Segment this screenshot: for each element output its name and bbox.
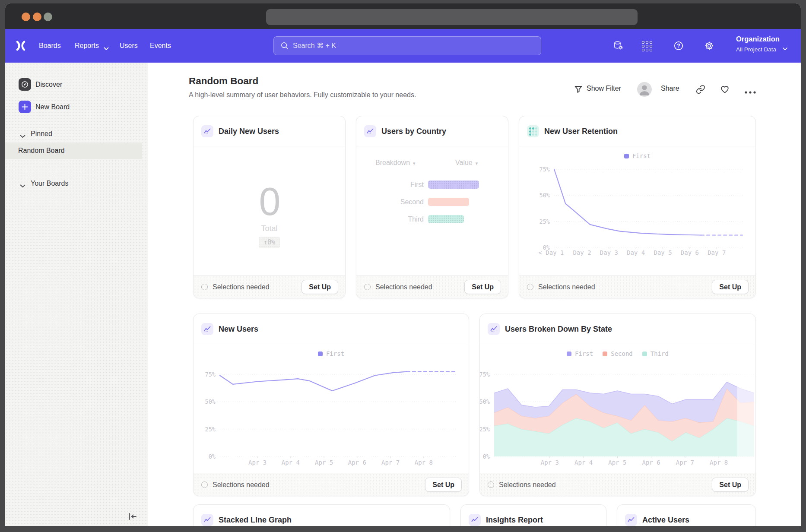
- sidebar-section-your-boards[interactable]: Your Boards: [5, 179, 148, 188]
- sidebar-section-pinned[interactable]: Pinned: [5, 129, 148, 139]
- country-row-label: Second: [356, 198, 428, 206]
- card-footer: Selections needed Set Up: [480, 473, 755, 496]
- chevron-down-icon: [20, 132, 25, 140]
- board-main: Random Board A high-level summary of use…: [148, 63, 801, 526]
- svg-text:50%: 50%: [480, 398, 490, 405]
- country-row-label: First: [356, 181, 428, 189]
- window-titlebar: [5, 3, 801, 29]
- sidebar-item-random-board[interactable]: Random Board: [5, 142, 142, 159]
- country-row: Second: [356, 198, 508, 206]
- card-stacked-line-graph: Stacked Line Graph: [193, 504, 450, 526]
- card-header: Stacked Line Graph: [194, 505, 450, 526]
- retention-chart: 75%50%25%0%< Day 1Day 2Day 3Day 4Day 5Da…: [519, 116, 755, 276]
- sidebar-item-discover[interactable]: Discover: [5, 78, 148, 96]
- card-title: Stacked Line Graph: [219, 505, 292, 526]
- svg-text:75%: 75%: [539, 166, 550, 173]
- sidebar-section-label: Your Boards: [31, 179, 68, 188]
- set-up-button[interactable]: Set Up: [464, 280, 501, 294]
- sidebar-section-label: Pinned: [31, 129, 52, 139]
- card-title: Users by Country: [381, 116, 446, 146]
- svg-text:75%: 75%: [205, 371, 216, 378]
- svg-text:Apr 3: Apr 3: [541, 459, 559, 466]
- nav-item-users[interactable]: Users: [120, 29, 138, 63]
- country-row-bar: [428, 180, 479, 189]
- country-row-label: Third: [356, 215, 428, 223]
- country-row-bar: [428, 198, 469, 206]
- card-active-users: Active Users: [617, 504, 756, 526]
- plus-icon: [19, 101, 31, 113]
- traffic-light-1[interactable]: [22, 13, 30, 21]
- filter-funnel-icon[interactable]: [574, 85, 583, 96]
- set-up-button[interactable]: Set Up: [712, 280, 749, 294]
- card-users-by-state: Users Broken Down By State FirstSecondTh…: [479, 314, 756, 496]
- org-project: All Project Data: [736, 46, 776, 53]
- line-chart-icon: [201, 125, 213, 137]
- svg-text:Day 6: Day 6: [681, 249, 699, 256]
- more-options-icon[interactable]: [744, 88, 756, 96]
- search-placeholder: Search ⌘ + K: [293, 37, 336, 55]
- line-chart-icon: [364, 125, 376, 137]
- search-input[interactable]: Search ⌘ + K: [273, 36, 541, 55]
- country-row: Third: [356, 215, 508, 223]
- svg-text:Apr 8: Apr 8: [415, 459, 433, 466]
- traffic-light-2[interactable]: [33, 13, 41, 21]
- sidebar-item-label: New Board: [35, 101, 70, 113]
- set-up-button[interactable]: Set Up: [712, 478, 749, 492]
- help-icon[interactable]: ?: [673, 41, 684, 51]
- apps-grid-icon[interactable]: [642, 41, 652, 51]
- value-dropdown[interactable]: Value▾: [455, 159, 478, 167]
- show-filter-button[interactable]: Show Filter: [587, 85, 621, 92]
- card-header: Users by Country: [356, 116, 508, 146]
- collapse-sidebar-icon[interactable]: [127, 511, 138, 522]
- sidebar: Discover New Board Pinned Random Board Y…: [5, 63, 148, 526]
- card-footer: Selections needed Set Up: [519, 275, 755, 298]
- sidebar-item-label: Discover: [35, 78, 62, 91]
- address-bar[interactable]: [266, 9, 638, 25]
- svg-text:25%: 25%: [205, 426, 216, 433]
- svg-text:Apr 4: Apr 4: [574, 459, 593, 466]
- traffic-light-3[interactable]: [44, 13, 52, 21]
- svg-text:25%: 25%: [480, 426, 490, 433]
- country-bar-list: FirstSecondThird: [356, 180, 508, 232]
- status-circle-icon: [364, 284, 371, 290]
- nav-item-events[interactable]: Events: [150, 29, 171, 63]
- avatar[interactable]: [637, 82, 652, 97]
- set-up-button[interactable]: Set Up: [301, 280, 338, 294]
- compass-icon: [19, 78, 31, 91]
- new-users-chart: 75%50%25%0%Apr 3Apr 4Apr 5Apr 6Apr 7Apr …: [194, 314, 469, 474]
- card-insights-report: Insights Report: [460, 504, 606, 526]
- card-title: Insights Report: [486, 505, 543, 526]
- card-footer: Selections needed Set Up: [194, 275, 345, 298]
- metric-label: Total: [194, 224, 345, 233]
- metric-value: 0: [194, 182, 345, 221]
- card-new-users: New Users First 75%50%25%0%Apr 3Apr 4Apr…: [193, 314, 469, 496]
- status-text: Selections needed: [499, 473, 556, 496]
- svg-text:0%: 0%: [209, 453, 216, 460]
- org-chevron-down-icon[interactable]: [783, 44, 787, 52]
- nav-item-boards[interactable]: Boards: [39, 29, 61, 63]
- org-name[interactable]: Organization: [736, 35, 780, 43]
- breakdown-dropdown[interactable]: Breakdown▾: [375, 159, 416, 167]
- share-button[interactable]: Share: [661, 85, 679, 92]
- svg-text:25%: 25%: [539, 218, 550, 225]
- nav-item-reports[interactable]: Reports: [75, 29, 99, 63]
- settings-gear-icon[interactable]: [704, 41, 714, 51]
- search-icon: [280, 41, 289, 52]
- line-chart-icon: [469, 514, 481, 526]
- card-users-by-country: Users by Country Breakdown▾ Value▾ First…: [356, 116, 508, 298]
- copy-link-icon[interactable]: [696, 85, 705, 96]
- chevron-down-icon: ▾: [413, 161, 416, 166]
- card-footer: Selections needed Set Up: [356, 275, 508, 298]
- chevron-down-icon: [104, 44, 109, 52]
- chevron-down-icon: [20, 182, 25, 190]
- svg-text:Apr 7: Apr 7: [676, 459, 694, 466]
- mixpanel-logo-icon[interactable]: [15, 39, 26, 54]
- svg-text:< Day 1: < Day 1: [539, 249, 564, 256]
- data-management-icon[interactable]: [613, 41, 624, 51]
- favorite-heart-icon[interactable]: [720, 85, 730, 96]
- page-title: Random Board: [189, 76, 258, 87]
- set-up-button[interactable]: Set Up: [425, 478, 462, 492]
- sidebar-item-new-board[interactable]: New Board: [5, 101, 148, 119]
- card-new-user-retention: New User Retention First 75%50%25%0%< Da…: [519, 116, 756, 298]
- svg-text:Day 2: Day 2: [573, 249, 591, 256]
